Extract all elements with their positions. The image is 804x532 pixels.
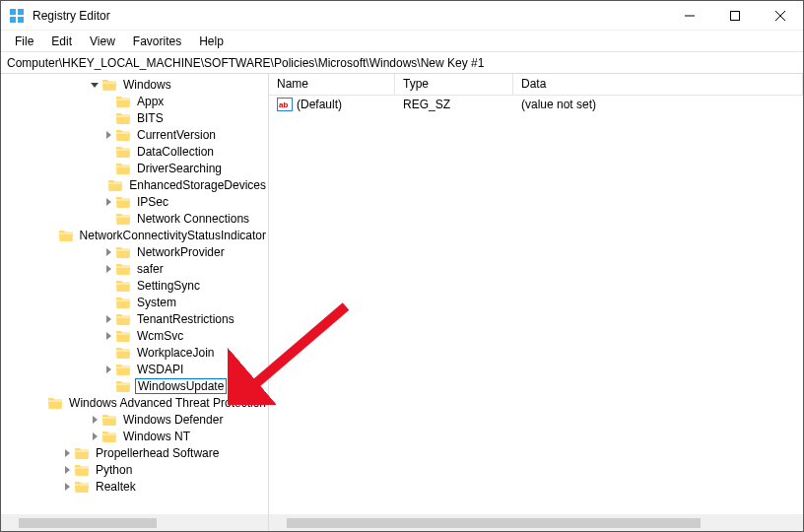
tree-item-networkconnectivity[interactable]: NetworkConnectivityStatusIndicator [1, 227, 268, 243]
expander-empty [101, 296, 115, 309]
menu-help[interactable]: Help [191, 33, 232, 50]
menu-edit[interactable]: Edit [43, 33, 80, 50]
tree-pane[interactable]: Windows Appx BITS [1, 74, 269, 531]
tree-item-driversearching[interactable]: DriverSearching [1, 160, 268, 176]
expander-empty [101, 212, 115, 226]
folder-icon [115, 312, 131, 326]
chevron-right-icon[interactable] [101, 262, 115, 276]
folder-icon [115, 111, 131, 125]
tree-item-bits[interactable]: BITS [1, 109, 268, 126]
column-header-data[interactable]: Data [513, 74, 803, 95]
address-bar[interactable]: Computer\HKEY_LOCAL_MACHINE\SOFTWARE\Pol… [1, 52, 803, 74]
value-name: (Default) [297, 98, 342, 111]
folder-icon [58, 229, 74, 242]
tree-label: safer [135, 262, 166, 276]
tree-item-currentversion[interactable]: CurrentVersion [1, 126, 268, 143]
chevron-right-icon[interactable] [88, 430, 101, 443]
tree-label: Windows Advanced Threat Protection [67, 396, 268, 410]
value-data: (value not set) [513, 98, 803, 111]
column-header-type[interactable]: Type [395, 74, 513, 95]
folder-icon [47, 396, 63, 410]
tree-item-networkconnections[interactable]: Network Connections [1, 210, 268, 227]
list-body[interactable]: (Default) REG_SZ (value not set) [269, 96, 803, 514]
regedit-icon [9, 8, 25, 24]
tree-label: Windows [121, 78, 173, 92]
tree-label: Python [94, 463, 134, 477]
tree-label: WorkplaceJoin [135, 346, 216, 360]
values-pane: Name Type Data (Default) REG_SZ (value n… [269, 74, 803, 531]
tree-item-windows-advanced-threat[interactable]: Windows Advanced Threat Protection [1, 394, 268, 411]
menu-favorites[interactable]: Favorites [125, 33, 189, 50]
chevron-down-icon[interactable] [88, 78, 101, 92]
menu-file[interactable]: File [7, 33, 41, 50]
chevron-right-icon[interactable] [101, 312, 115, 326]
folder-icon [101, 430, 117, 443]
tree-item-tenantrestrictions[interactable]: TenantRestrictions [1, 310, 268, 327]
chevron-right-icon[interactable] [101, 329, 115, 343]
tree-label: IPSec [135, 195, 170, 209]
tree-item-windows[interactable]: Windows [1, 76, 268, 93]
expander-empty [101, 279, 115, 293]
svg-rect-6 [731, 11, 740, 20]
tree-item-realtek[interactable]: Realtek [1, 478, 268, 495]
tree-label: WSDAPI [135, 363, 185, 376]
tree-item-networkprovider[interactable]: NetworkProvider [1, 243, 268, 260]
folder-icon [115, 346, 131, 360]
tree-item-workplacejoin[interactable]: WorkplaceJoin [1, 344, 268, 361]
string-value-icon [277, 98, 293, 111]
chevron-right-icon[interactable] [60, 463, 74, 477]
scrollbar-thumb[interactable] [19, 518, 157, 528]
chevron-right-icon[interactable] [88, 413, 101, 427]
maximize-button[interactable] [712, 1, 758, 31]
rename-input[interactable]: WindowsUpdate [135, 378, 227, 394]
folder-icon [115, 128, 131, 142]
horizontal-scrollbar[interactable] [269, 514, 803, 531]
titlebar[interactable]: Registry Editor [1, 1, 803, 31]
expander-empty [101, 145, 115, 159]
tree-item-python[interactable]: Python [1, 461, 268, 478]
tree-item-datacollection[interactable]: DataCollection [1, 143, 268, 160]
tree-label: BITS [135, 111, 166, 125]
tree-item-windows-nt[interactable]: Windows NT [1, 428, 268, 444]
tree-item-wcmsvc[interactable]: WcmSvc [1, 327, 268, 344]
minimize-button[interactable] [667, 1, 712, 31]
chevron-right-icon[interactable] [101, 363, 115, 376]
chevron-right-icon[interactable] [101, 245, 115, 259]
tree-item-ipsec[interactable]: IPSec [1, 193, 268, 210]
folder-icon [115, 262, 131, 276]
tree-item-wsdapi[interactable]: WSDAPI [1, 361, 268, 377]
chevron-right-icon[interactable] [101, 128, 115, 142]
folder-icon [115, 212, 131, 226]
tree-label: CurrentVersion [135, 128, 218, 142]
scrollbar-thumb[interactable] [287, 518, 701, 528]
chevron-right-icon[interactable] [60, 446, 74, 460]
tree-label: NetworkConnectivityStatusIndicator [78, 229, 268, 242]
tree-label: DataCollection [135, 145, 216, 159]
chevron-right-icon[interactable] [60, 480, 74, 494]
tree-item-windowsupdate-editing[interactable]: WindowsUpdate [1, 377, 268, 394]
tree-item-system[interactable]: System [1, 294, 268, 310]
chevron-right-icon[interactable] [101, 195, 115, 209]
tree-item-windows-defender[interactable]: Windows Defender [1, 411, 268, 428]
horizontal-scrollbar[interactable] [1, 514, 268, 531]
tree-item-safer[interactable]: safer [1, 260, 268, 277]
close-button[interactable] [758, 1, 803, 31]
tree-label: Appx [135, 95, 166, 108]
folder-icon [115, 195, 131, 209]
folder-icon [107, 178, 123, 192]
tree-item-settingsync[interactable]: SettingSync [1, 277, 268, 294]
tree-item-propellerhead[interactable]: Propellerhead Software [1, 444, 268, 461]
content-area: Windows Appx BITS [1, 74, 803, 531]
expander-empty [95, 178, 107, 192]
tree-item-enhancedstorage[interactable]: EnhancedStorageDevices [1, 176, 268, 193]
menu-view[interactable]: View [82, 33, 123, 50]
folder-icon [101, 78, 117, 92]
tree-label: EnhancedStorageDevices [127, 178, 268, 192]
list-row[interactable]: (Default) REG_SZ (value not set) [269, 96, 803, 113]
column-header-name[interactable]: Name [269, 74, 395, 95]
expander-empty [101, 111, 115, 125]
tree-label: Windows NT [121, 430, 192, 443]
folder-icon [115, 145, 131, 159]
window-title: Registry Editor [33, 9, 667, 23]
tree-item-appx[interactable]: Appx [1, 93, 268, 109]
